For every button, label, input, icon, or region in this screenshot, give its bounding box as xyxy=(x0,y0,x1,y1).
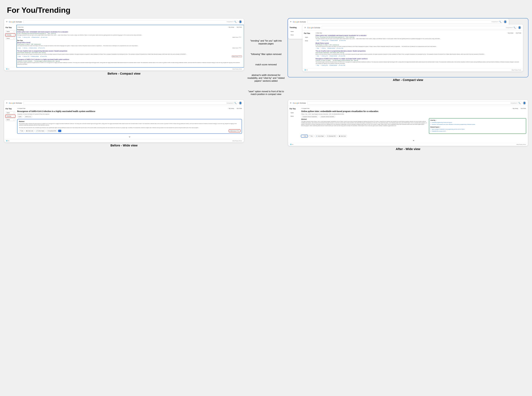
view-toggle[interactable]: Wide View xyxy=(17,27,24,28)
link-file-action[interactable]: 🔗 Link to File xyxy=(41,37,47,38)
search-icon[interactable]: 🔍 xyxy=(234,102,237,104)
view-code-button[interactable]: ▦ View Code xyxy=(338,135,347,137)
my-profile-link[interactable]: My Profile xyxy=(520,108,526,109)
cited-by-action[interactable]: ⤷ Cited by xyxy=(22,47,27,49)
bookmark-button[interactable]: 🔖 xyxy=(58,130,61,132)
footer-links[interactable]: Help Privacy Terms xyxy=(516,144,526,145)
link-file-action[interactable]: 🔗 Link to File xyxy=(38,47,45,49)
related-action[interactable]: ⎋ Related articles xyxy=(329,55,337,57)
related-paper-link[interactable]: Scalability! But at what COST? xyxy=(430,131,525,132)
footer-links[interactable]: Help Privacy Terms xyxy=(512,69,521,70)
view-toggle[interactable]: Compact View xyxy=(17,108,25,109)
match-score[interactable]: Match Score⟳ ⓘ xyxy=(232,36,242,38)
save-action[interactable]: ☆ Save xyxy=(316,48,319,49)
save-action[interactable]: ☆ Save xyxy=(17,37,21,38)
lang-selector[interactable]: EN xyxy=(290,144,293,145)
cited-by-action[interactable]: ⤷ Cited by 786 xyxy=(321,65,328,66)
my-library-link[interactable]: My Library xyxy=(512,108,518,109)
related-papers-heading[interactable]: Related Papers › xyxy=(430,126,525,128)
search-icon[interactable]: 🔍 xyxy=(518,102,520,104)
match-score[interactable]: Match Score⟳ ⓘ xyxy=(232,47,242,49)
search-input[interactable]: Everywhere ▾ 🔍 xyxy=(23,20,238,23)
sidebar-item-topics[interactable]: Topics xyxy=(290,111,299,114)
search-input[interactable]: Everywhere ▾ 🔍 xyxy=(23,101,238,105)
chevron-down-icon[interactable]: ⌄ xyxy=(301,138,526,142)
result-title[interactable]: The use of python tutor on programming l… xyxy=(316,50,521,52)
search-icon[interactable]: 🔍 xyxy=(514,27,516,29)
lang-selector[interactable]: EN xyxy=(6,68,9,70)
sidebar-item-topics[interactable]: Topics xyxy=(304,36,314,39)
related-action[interactable]: ⎋ Related articles xyxy=(31,56,39,57)
save-action[interactable]: ☆ Save xyxy=(17,47,21,49)
link-file-action[interactable]: 🔗 Link to File xyxy=(339,40,346,41)
search-icon[interactable]: 🔍 xyxy=(499,21,501,23)
my-profile-link[interactable]: My Profile xyxy=(236,27,242,28)
cited-by-action[interactable]: ⤷ Cited by 726 xyxy=(22,56,29,57)
lang-selector[interactable]: EN xyxy=(305,69,308,70)
related-action[interactable]: ⎋ Related articles xyxy=(31,37,40,38)
cite-button[interactable]: ❝ Cite xyxy=(19,130,24,132)
related-action[interactable]: ⎋ Related articles xyxy=(29,47,37,49)
download-pdf-button[interactable]: ⬇ Download PDF xyxy=(46,130,57,132)
sidebar-item-topics[interactable]: Topics⌄ xyxy=(6,111,15,114)
result-title[interactable]: Resurgence of SARS-CoV-2 infection in a … xyxy=(316,58,521,59)
related-paper-link[interactable]: Jype-a program visualization and program… xyxy=(430,128,525,130)
result-title[interactable]: Online python tutor: embeddable web-base… xyxy=(17,31,242,33)
link-file-action[interactable]: 🔗 Link to File xyxy=(336,48,343,49)
my-library-link[interactable]: My Library xyxy=(228,108,234,109)
related-action[interactable]: ⎋ Related articles xyxy=(327,48,335,49)
sidebar-item-venue[interactable]: Venue xyxy=(290,34,299,36)
link-file-action[interactable]: 🔗 Link to File xyxy=(339,65,345,66)
view-toggle[interactable]: Wide View xyxy=(316,32,322,34)
sidebar-item-following[interactable]: Following⌄ xyxy=(6,34,15,36)
lang-selector[interactable]: EN xyxy=(6,140,9,141)
result-title[interactable]: Resurgence of SARS-CoV-2 infection in a … xyxy=(17,59,242,60)
related-action[interactable]: ⎋ Related articles xyxy=(330,40,338,41)
avatar-icon[interactable]: 👤 xyxy=(523,101,526,105)
cited-by-action[interactable]: ⤷ Cited by 1234 xyxy=(321,40,328,41)
result-title[interactable]: [Book] Python tutorial xyxy=(17,42,242,43)
search-input[interactable]: Everywhere ▾ 🔍 xyxy=(307,20,502,23)
cited-by-heading[interactable]: Cited By › xyxy=(430,120,525,121)
sidebar-item-venue[interactable]: Venue xyxy=(290,115,299,117)
avatar-icon[interactable]: 👤 xyxy=(239,101,242,105)
hamburger-icon[interactable]: ≡ xyxy=(6,102,7,104)
result-title[interactable]: Online python tutor: embeddable web-base… xyxy=(316,35,521,36)
save-button[interactable]: ☆ Save xyxy=(301,135,308,137)
match-score[interactable]: Match Score⟳ ⓘ xyxy=(232,55,242,57)
cited-by-action[interactable]: ⤷ Cited by xyxy=(321,48,326,49)
tag-pill[interactable]: Computer Science Visualization xyxy=(301,116,318,118)
view-toggle[interactable]: Compact View xyxy=(301,108,309,109)
cite-button[interactable]: ❝ Cite xyxy=(308,135,314,137)
footer-links[interactable]: Help Privacy Terms xyxy=(232,68,242,70)
hamburger-icon[interactable]: ≡ xyxy=(305,26,306,29)
avatar-icon[interactable]: 👤 xyxy=(518,26,521,29)
cited-by-link[interactable]: Students' misconceptions and other diffi… xyxy=(430,124,525,125)
my-library-link[interactable]: My Library xyxy=(228,27,234,28)
search-icon[interactable]: 🔍 xyxy=(234,21,237,23)
sidebar-item-topics[interactable]: Topics⌄ xyxy=(6,30,15,33)
hamburger-icon[interactable]: ≡ xyxy=(290,102,291,104)
hamburger-icon[interactable]: ≡ xyxy=(290,20,291,23)
footer-links[interactable]: Help Privacy Terms xyxy=(232,140,242,141)
search-input[interactable]: Everywhere ▾ 🔍 xyxy=(307,101,521,105)
related-action[interactable]: ⎋ Related articles xyxy=(329,65,337,66)
my-profile-link[interactable]: My Profile xyxy=(515,32,521,34)
sidebar-item-venue[interactable]: Venue⌄ xyxy=(6,37,15,40)
save-action[interactable]: ☆ Save xyxy=(316,55,319,57)
chevron-down-icon[interactable]: ⌄ xyxy=(17,134,242,138)
search-input[interactable]: Everywhere ▾ 🔍 xyxy=(322,26,517,29)
cited-by-link[interactable]: Learnable programming: blocks and beyond xyxy=(430,122,525,123)
save-action[interactable]: ☆ Save xyxy=(316,65,319,66)
save-action[interactable]: ☆ Save xyxy=(17,56,21,57)
result-title[interactable]: The use of python tutor on programming l… xyxy=(17,50,242,52)
link-file-action[interactable]: 🔗 Link to File xyxy=(40,56,47,57)
result-title[interactable]: [Book] Python tutorial xyxy=(316,42,521,44)
download-pdf-button[interactable]: ⬇ Download PDF xyxy=(326,135,337,137)
sidebar-item-venue[interactable]: Venue xyxy=(304,40,314,42)
tag-pill[interactable]: SARS-CoV-2 xyxy=(24,116,32,118)
link-paper-button[interactable]: 🔗 Link to Paper xyxy=(35,130,45,132)
link-file-action[interactable]: 🔗 Link to File xyxy=(339,55,345,57)
tag-pill[interactable]: Health xyxy=(17,116,23,118)
cited-by-action[interactable]: ⤷ Cited by 726 xyxy=(321,55,328,57)
